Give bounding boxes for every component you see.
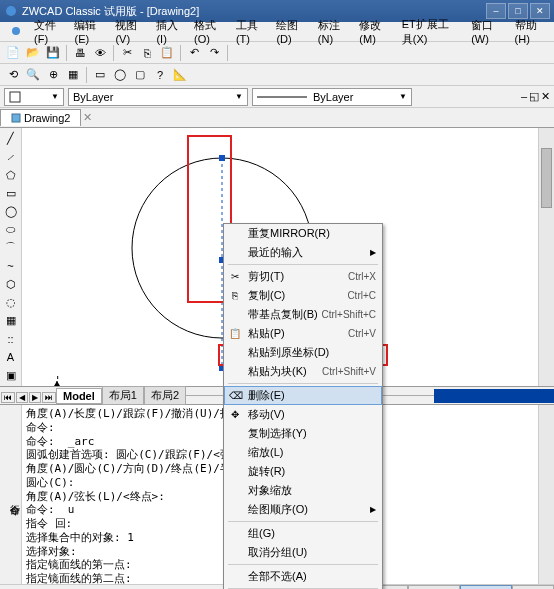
- horizontal-scrollbar[interactable]: [434, 389, 554, 403]
- cm-label: 粘贴到原坐标(D): [248, 345, 329, 360]
- scrollbar-thumb[interactable]: [541, 148, 552, 208]
- context-menu-item-3[interactable]: ✂剪切(T)Ctrl+X: [224, 267, 382, 286]
- layout-tab-布局2[interactable]: 布局2: [144, 386, 186, 405]
- layer-combo[interactable]: ByLayer ▼: [68, 88, 248, 106]
- menu-4[interactable]: 格式(O): [188, 16, 230, 47]
- app-menu-icon[interactable]: [4, 23, 28, 41]
- toolbar-button-12[interactable]: ⊕: [44, 66, 62, 84]
- context-menu-item-15[interactable]: 对象缩放: [224, 481, 382, 500]
- cm-label: 全部不选(A): [248, 569, 307, 584]
- context-menu-item-5[interactable]: 带基点复制(B)Ctrl+Shift+C: [224, 305, 382, 324]
- cm-label: 剪切(T): [248, 269, 284, 284]
- toolbar-button-1[interactable]: 📂: [24, 44, 42, 62]
- doc-restore-button[interactable]: ◱: [529, 90, 539, 103]
- toolbar-button-11[interactable]: 🔍: [24, 66, 42, 84]
- draw-tool-13[interactable]: ▣: [1, 367, 21, 384]
- toolbar-button-5[interactable]: ✂: [118, 44, 136, 62]
- cm-label: 绘图顺序(O): [248, 502, 308, 517]
- draw-tool-3[interactable]: ▭: [1, 185, 21, 202]
- context-menu-item-0[interactable]: 重复MIRROR(R): [224, 224, 382, 243]
- toolbar-button-17[interactable]: ?: [151, 66, 169, 84]
- doc-close-button[interactable]: ✕: [541, 90, 550, 103]
- linetype-combo[interactable]: ByLayer ▼: [252, 88, 412, 106]
- draw-tool-0[interactable]: ╱: [1, 130, 21, 147]
- context-menu-item-4[interactable]: ⎘复制(C)Ctrl+C: [224, 286, 382, 305]
- toolbar-button-7[interactable]: 📋: [158, 44, 176, 62]
- doc-minimize-button[interactable]: –: [521, 90, 527, 103]
- menu-11[interactable]: 帮助(H): [509, 16, 550, 47]
- toolbar-button-3[interactable]: 🖶: [71, 44, 89, 62]
- toolbar-button-0[interactable]: 📄: [4, 44, 22, 62]
- toolbar-button-13[interactable]: ▦: [64, 66, 82, 84]
- tab-nav-buttons[interactable]: ⏮◀▶⏭: [0, 390, 56, 402]
- draw-tool-9[interactable]: ◌: [1, 294, 21, 311]
- cm-label: 组(G): [248, 526, 275, 541]
- cm-label: 删除(E): [248, 388, 285, 403]
- toggle-从图形[interactable]: 从图形: [512, 585, 554, 590]
- toolbar-button-9[interactable]: ↷: [205, 44, 223, 62]
- chevron-right-icon: ▶: [370, 248, 376, 257]
- context-menu-item-6[interactable]: 📋粘贴(P)Ctrl+V: [224, 324, 382, 343]
- toolbar-button-10[interactable]: ⟲: [4, 66, 22, 84]
- context-menu-item-12[interactable]: 复制选择(Y): [224, 424, 382, 443]
- toolbar-button-14[interactable]: ▭: [91, 66, 109, 84]
- toolbar-button-16[interactable]: ▢: [131, 66, 149, 84]
- context-menu-item-19[interactable]: 取消分组(U): [224, 543, 382, 562]
- draw-tool-6[interactable]: ⌒: [1, 239, 21, 256]
- color-combo[interactable]: ▼: [4, 88, 64, 106]
- cm-shortcut: Ctrl+Shift+C: [322, 309, 376, 320]
- layout-tab-布局1[interactable]: 布局1: [102, 386, 144, 405]
- vertical-scrollbar[interactable]: [538, 128, 554, 386]
- draw-toolbar: ╱⟋⬠▭◯⬭⌒~⬡◌▦::A▣: [0, 128, 22, 386]
- context-menu-item-8[interactable]: 粘贴为块(K)Ctrl+Shift+V: [224, 362, 382, 381]
- context-menu-item-10[interactable]: ⌫删除(E): [224, 386, 382, 405]
- svg-rect-2: [10, 92, 20, 102]
- context-menu-item-14[interactable]: 旋转(R): [224, 462, 382, 481]
- menu-0[interactable]: 文件(F): [28, 16, 68, 47]
- menu-1[interactable]: 编辑(E): [68, 16, 109, 47]
- draw-tool-10[interactable]: ▦: [1, 312, 21, 329]
- menu-9[interactable]: ET扩展工具(X): [396, 15, 465, 49]
- command-scrollbar[interactable]: [538, 405, 554, 584]
- draw-tool-8[interactable]: ⬡: [1, 276, 21, 293]
- context-menu-item-16[interactable]: 绘图顺序(O)▶: [224, 500, 382, 519]
- toolbar-button-6[interactable]: ⎘: [138, 44, 156, 62]
- grip-top[interactable]: [219, 155, 225, 161]
- toolbar-button-4[interactable]: 👁: [91, 44, 109, 62]
- menu-3[interactable]: 插入(I): [150, 16, 188, 47]
- menu-7[interactable]: 标注(N): [312, 16, 353, 47]
- cm-shortcut: Ctrl+C: [347, 290, 376, 301]
- draw-tool-1[interactable]: ⟋: [1, 148, 21, 165]
- cm-icon: ⎘: [228, 290, 242, 301]
- document-tab[interactable]: Drawing2: [0, 109, 81, 126]
- context-menu-item-11[interactable]: ✥移动(V): [224, 405, 382, 424]
- toggle-动态输入[interactable]: 动态输入: [460, 585, 512, 590]
- toolbar-button-8[interactable]: ↶: [185, 44, 203, 62]
- toggle-数字化仪[interactable]: 数字化仪: [408, 585, 460, 590]
- context-menu-item-1[interactable]: 最近的输入▶: [224, 243, 382, 262]
- menu-2[interactable]: 视图(V): [109, 16, 150, 47]
- context-menu-item-13[interactable]: 缩放(L): [224, 443, 382, 462]
- context-menu-item-7[interactable]: 粘贴到原坐标(D): [224, 343, 382, 362]
- menu-5[interactable]: 工具(T): [230, 16, 270, 47]
- cm-label: 移动(V): [248, 407, 285, 422]
- draw-tool-2[interactable]: ⬠: [1, 166, 21, 183]
- toolbar-2: ⟲🔍⊕▦▭◯▢?📐: [0, 64, 554, 86]
- draw-tool-7[interactable]: ~: [1, 258, 21, 275]
- draw-tool-12[interactable]: A: [1, 349, 21, 366]
- toolbar-button-2[interactable]: 💾: [44, 44, 62, 62]
- layout-tab-Model[interactable]: Model: [56, 388, 102, 404]
- draw-tool-5[interactable]: ⬭: [1, 221, 21, 238]
- context-menu-item-18[interactable]: 组(G): [224, 524, 382, 543]
- cm-shortcut: Ctrl+X: [348, 271, 376, 282]
- draw-tool-4[interactable]: ◯: [1, 203, 21, 220]
- menu-6[interactable]: 绘图(D): [270, 16, 311, 47]
- toolbar-button-15[interactable]: ◯: [111, 66, 129, 84]
- menu-10[interactable]: 窗口(W): [465, 16, 508, 47]
- toolbar-button-18[interactable]: 📐: [171, 66, 189, 84]
- context-menu-item-21[interactable]: 全部不选(A): [224, 567, 382, 586]
- menu-8[interactable]: 修改(M): [353, 16, 395, 47]
- svg-rect-4: [12, 114, 20, 122]
- tab-close-icon[interactable]: ✕: [83, 111, 92, 124]
- draw-tool-11[interactable]: ::: [1, 330, 21, 347]
